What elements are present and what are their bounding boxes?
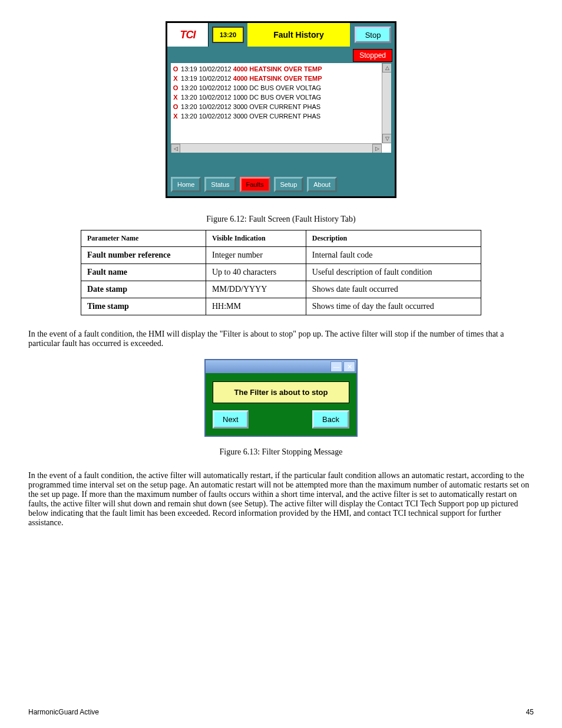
table-cell: Fault name bbox=[81, 264, 206, 281]
filter-stop-popup: — ✕ The Filter is about to stop Next Bac… bbox=[204, 359, 358, 437]
fault-mark-icon: X bbox=[172, 111, 179, 121]
table-cell: Fault number reference bbox=[81, 247, 206, 264]
fault-parameters-table: Parameter NameVisible IndicationDescript… bbox=[81, 230, 481, 315]
fault-message: 1000 DC BUS OVER VOLTAG bbox=[233, 84, 321, 91]
fault-row: O 13:20 10/02/2012 1000 DC BUS OVER VOLT… bbox=[172, 83, 390, 93]
scroll-down-icon[interactable]: ▽ bbox=[382, 134, 391, 143]
table-cell: Date stamp bbox=[81, 281, 206, 298]
table-cell: Internal fault code bbox=[306, 247, 481, 264]
horizontal-scrollbar[interactable]: ◁ ▷ bbox=[171, 143, 382, 153]
table-cell: Useful description of fault condition bbox=[306, 264, 481, 281]
fault-message: 4000 HEATSINK OVER TEMP bbox=[233, 75, 322, 82]
table-row: Fault number referenceInteger numberInte… bbox=[81, 247, 481, 264]
fault-row: O 13:19 10/02/2012 4000 HEATSINK OVER TE… bbox=[172, 64, 390, 74]
fault-timestamp: 13:20 10/02/2012 bbox=[181, 94, 232, 101]
table-header: Visible Indication bbox=[206, 230, 306, 247]
status-badge: Stopped bbox=[353, 49, 392, 62]
scroll-right-icon[interactable]: ▷ bbox=[372, 144, 382, 153]
table-cell: Integer number bbox=[206, 247, 306, 264]
table-cell: HH:MM bbox=[206, 298, 306, 315]
nav-status[interactable]: Status bbox=[204, 177, 236, 192]
footer-left: HarmonicGuard Active bbox=[28, 708, 99, 716]
figure-caption-1: Figure 6.12: Fault Screen (Fault History… bbox=[28, 215, 534, 224]
fault-message: 4000 HEATSINK OVER TEMP bbox=[233, 65, 322, 73]
table-cell: Time stamp bbox=[81, 298, 206, 315]
scroll-up-icon[interactable]: △ bbox=[382, 63, 391, 73]
popup-titlebar: — ✕ bbox=[206, 360, 356, 373]
fault-mark-icon: X bbox=[172, 74, 179, 83]
fault-message: 3000 OVER CURRENT PHAS bbox=[233, 103, 320, 110]
vertical-scrollbar[interactable]: △ ▽ bbox=[382, 63, 391, 143]
panel-title: Fault History bbox=[247, 23, 350, 47]
table-row: Time stampHH:MMShows time of day the fau… bbox=[81, 298, 481, 315]
table-cell: Up to 40 characters bbox=[206, 264, 306, 281]
nav-setup[interactable]: Setup bbox=[274, 177, 304, 192]
table-row: Fault nameUp to 40 charactersUseful desc… bbox=[81, 264, 481, 281]
fault-timestamp: 13:20 10/02/2012 bbox=[181, 113, 232, 120]
table-row: Date stampMM/DD/YYYYShows date fault occ… bbox=[81, 281, 481, 298]
fault-mark-icon: O bbox=[172, 64, 179, 74]
table-header: Parameter Name bbox=[81, 230, 206, 247]
close-icon[interactable]: ✕ bbox=[343, 361, 355, 372]
fault-timestamp: 13:20 10/02/2012 bbox=[181, 103, 232, 110]
scroll-left-icon[interactable]: ◁ bbox=[171, 144, 180, 153]
paragraph-1: In the event of a fault condition, the H… bbox=[28, 330, 534, 348]
footer-right: 45 bbox=[526, 708, 534, 716]
paragraph-2: In the event of a fault condition, the a… bbox=[28, 471, 534, 528]
fault-mark-icon: O bbox=[172, 83, 179, 93]
clock: 13:20 bbox=[212, 27, 244, 43]
popup-message: The Filter is about to stop bbox=[213, 381, 349, 403]
nav-about[interactable]: About bbox=[307, 177, 337, 192]
table-header: Description bbox=[306, 230, 481, 247]
fault-history-list: O 13:19 10/02/2012 4000 HEATSINK OVER TE… bbox=[171, 63, 391, 153]
fault-row: X 13:19 10/02/2012 4000 HEATSINK OVER TE… bbox=[172, 74, 390, 83]
fault-row: X 13:20 10/02/2012 3000 OVER CURRENT PHA… bbox=[172, 111, 390, 121]
minimize-icon[interactable]: — bbox=[330, 361, 342, 372]
fault-row: O 13:20 10/02/2012 3000 OVER CURRENT PHA… bbox=[172, 102, 390, 111]
nav-faults[interactable]: Faults bbox=[240, 177, 270, 192]
figure-caption-2: Figure 6.13: Filter Stopping Message bbox=[28, 447, 534, 457]
table-cell: Shows date fault occurred bbox=[306, 281, 481, 298]
fault-row: X 13:20 10/02/2012 1000 DC BUS OVER VOLT… bbox=[172, 93, 390, 102]
nav-home[interactable]: Home bbox=[171, 177, 201, 192]
back-button[interactable]: Back bbox=[312, 410, 349, 429]
brand-logo: TCI bbox=[167, 23, 209, 47]
fault-timestamp: 13:19 10/02/2012 bbox=[181, 65, 232, 73]
fault-message: 3000 OVER CURRENT PHAS bbox=[233, 113, 320, 120]
next-button[interactable]: Next bbox=[213, 410, 249, 429]
fault-message: 1000 DC BUS OVER VOLTAG bbox=[233, 94, 321, 101]
stop-button[interactable]: Stop bbox=[355, 27, 391, 43]
fault-history-panel: TCI 13:20 Fault History Stop Stopped O 1… bbox=[166, 21, 396, 198]
fault-mark-icon: O bbox=[172, 102, 179, 111]
table-cell: MM/DD/YYYY bbox=[206, 281, 306, 298]
table-cell: Shows time of day the fault occurred bbox=[306, 298, 481, 315]
fault-timestamp: 13:19 10/02/2012 bbox=[181, 75, 232, 82]
fault-timestamp: 13:20 10/02/2012 bbox=[181, 84, 232, 91]
fault-mark-icon: X bbox=[172, 93, 179, 102]
